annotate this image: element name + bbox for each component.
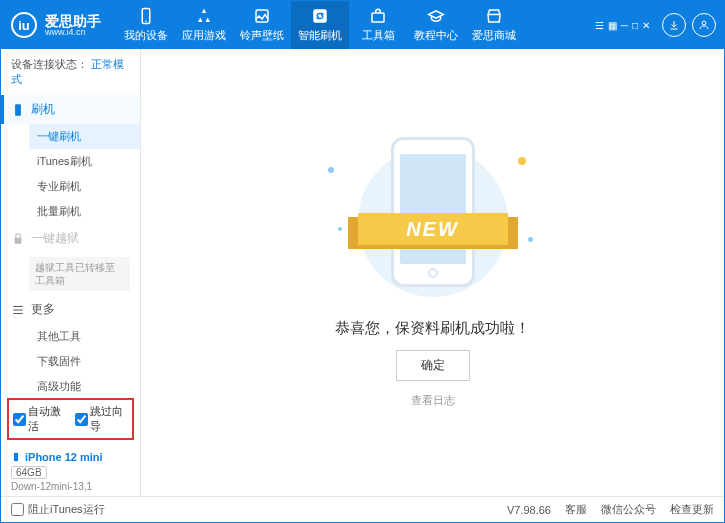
sidebar-item-other-tools[interactable]: 其他工具 <box>29 324 140 349</box>
tab-smart-flash[interactable]: 智能刷机 <box>291 1 349 49</box>
sidebar-section-flash[interactable]: 刷机 <box>1 95 140 124</box>
tab-store[interactable]: 爱思商城 <box>465 1 523 49</box>
svg-rect-7 <box>15 237 22 243</box>
svg-rect-8 <box>14 453 18 461</box>
checkbox-auto-activate[interactable]: 自动激活 <box>13 404 67 434</box>
device-name: iPhone 12 mini <box>11 450 130 464</box>
confirm-button[interactable]: 确定 <box>396 350 470 381</box>
connection-status: 设备连接状态： 正常模式 <box>1 49 140 95</box>
tab-label: 应用游戏 <box>182 28 226 43</box>
sidebar-item-advanced[interactable]: 高级功能 <box>29 374 140 392</box>
sidebar-section-more[interactable]: 更多 <box>1 295 140 324</box>
tab-my-device[interactable]: 我的设备 <box>117 1 175 49</box>
titlebar: iu 爱思助手 www.i4.cn 我的设备 应用游戏 铃声壁纸 智能刷机 工具… <box>1 1 724 49</box>
tab-ringtones[interactable]: 铃声壁纸 <box>233 1 291 49</box>
success-illustration: NEW <box>358 137 508 307</box>
nav-tabs: 我的设备 应用游戏 铃声壁纸 智能刷机 工具箱 教程中心 爱思商城 <box>117 1 595 49</box>
options-highlight: 自动激活 跳过向导 <box>7 398 134 440</box>
sidebar-item-one-click[interactable]: 一键刷机 <box>29 124 140 149</box>
success-message: 恭喜您，保资料刷机成功啦！ <box>335 319 530 338</box>
view-log-link[interactable]: 查看日志 <box>411 393 455 408</box>
refresh-icon <box>311 7 329 25</box>
device-capacity: 64GB <box>11 466 47 479</box>
logo: iu 爱思助手 www.i4.cn <box>1 12 111 38</box>
wallpaper-icon <box>253 7 271 25</box>
main-content: NEW 恭喜您，保资料刷机成功啦！ 确定 查看日志 <box>141 49 724 496</box>
app-window: iu 爱思助手 www.i4.cn 我的设备 应用游戏 铃声壁纸 智能刷机 工具… <box>0 0 725 523</box>
apps-icon <box>195 7 213 25</box>
svg-point-5 <box>702 21 706 25</box>
phone-icon <box>137 7 155 25</box>
footer-update[interactable]: 检查更新 <box>670 502 714 517</box>
sidebar-item-batch[interactable]: 批量刷机 <box>29 199 140 224</box>
phone-icon <box>11 103 25 117</box>
store-icon <box>485 7 503 25</box>
user-button[interactable] <box>692 13 716 37</box>
tab-label: 教程中心 <box>414 28 458 43</box>
device-info[interactable]: iPhone 12 mini 64GB Down-12mini-13,1 <box>1 446 140 496</box>
tab-label: 智能刷机 <box>298 28 342 43</box>
device-desc: Down-12mini-13,1 <box>11 481 130 492</box>
app-url: www.i4.cn <box>45 28 101 37</box>
tab-label: 我的设备 <box>124 28 168 43</box>
svg-rect-6 <box>15 104 21 116</box>
toolbox-icon <box>369 7 387 25</box>
minimize-icon[interactable]: ─ <box>621 20 628 31</box>
checkbox-skip-guide[interactable]: 跳过向导 <box>75 404 129 434</box>
tab-tutorial[interactable]: 教程中心 <box>407 1 465 49</box>
close-icon[interactable]: ✕ <box>642 20 650 31</box>
tab-toolbox[interactable]: 工具箱 <box>349 1 407 49</box>
graduation-icon <box>427 7 445 25</box>
section-label: 刷机 <box>31 101 55 118</box>
tab-label: 爱思商城 <box>472 28 516 43</box>
lock-icon <box>11 232 25 246</box>
body: 设备连接状态： 正常模式 刷机 一键刷机 iTunes刷机 专业刷机 批量刷机 … <box>1 49 724 496</box>
checkbox-block-itunes[interactable]: 阻止iTunes运行 <box>11 502 105 517</box>
sidebar-section-jailbreak[interactable]: 一键越狱 <box>1 224 140 253</box>
jailbreak-note: 越狱工具已转移至工具箱 <box>29 257 130 291</box>
maximize-icon[interactable]: □ <box>632 20 638 31</box>
tab-label: 工具箱 <box>362 28 395 43</box>
tab-label: 铃声壁纸 <box>240 28 284 43</box>
sidebar: 设备连接状态： 正常模式 刷机 一键刷机 iTunes刷机 专业刷机 批量刷机 … <box>1 49 141 496</box>
footer: 阻止iTunes运行 V7.98.66 客服 微信公众号 检查更新 <box>1 496 724 522</box>
menu-icon <box>11 303 25 317</box>
window-buttons: ☰ ▦ ─ □ ✕ <box>595 20 656 31</box>
svg-point-1 <box>145 21 147 23</box>
menu-icon[interactable]: ☰ <box>595 20 604 31</box>
app-name: 爱思助手 <box>45 14 101 28</box>
download-button[interactable] <box>662 13 686 37</box>
window-controls: ☰ ▦ ─ □ ✕ <box>595 13 724 37</box>
section-label: 一键越狱 <box>31 230 79 247</box>
logo-icon: iu <box>11 12 37 38</box>
lock-icon[interactable]: ▦ <box>608 20 617 31</box>
footer-wechat[interactable]: 微信公众号 <box>601 502 656 517</box>
sidebar-item-pro[interactable]: 专业刷机 <box>29 174 140 199</box>
svg-rect-4 <box>372 13 384 22</box>
sidebar-item-download-fw[interactable]: 下载固件 <box>29 349 140 374</box>
tab-apps-games[interactable]: 应用游戏 <box>175 1 233 49</box>
svg-rect-3 <box>313 9 327 23</box>
footer-version: V7.98.66 <box>507 504 551 516</box>
section-label: 更多 <box>31 301 55 318</box>
sidebar-item-itunes[interactable]: iTunes刷机 <box>29 149 140 174</box>
footer-service[interactable]: 客服 <box>565 502 587 517</box>
